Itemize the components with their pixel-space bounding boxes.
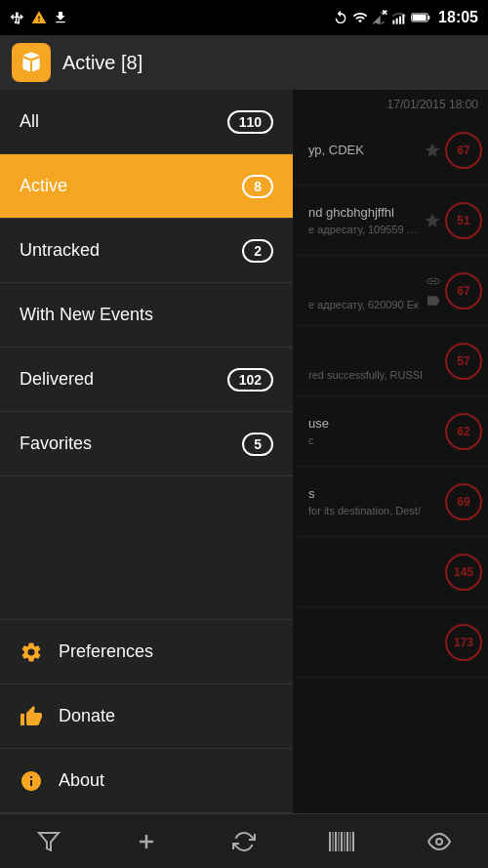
status-icons-right: 18:05 bbox=[333, 9, 478, 26]
sidebar-item-about[interactable]: About bbox=[0, 749, 293, 813]
sidebar-item-badge: 102 bbox=[227, 368, 273, 392]
preferences-label: Preferences bbox=[59, 641, 153, 662]
sidebar-item-badge: 110 bbox=[227, 110, 273, 134]
svg-rect-8 bbox=[427, 16, 429, 20]
barcode-icon bbox=[329, 830, 354, 853]
sidebar-item-new-events[interactable]: With New Events bbox=[0, 283, 293, 348]
sidebar-item-preferences[interactable]: Preferences bbox=[0, 620, 293, 684]
app-title: Active [8] bbox=[62, 52, 142, 74]
navigation-drawer: All 110 Active 8 Untracked 2 With New Ev… bbox=[0, 90, 293, 813]
filter-button[interactable] bbox=[24, 817, 73, 866]
svg-rect-4 bbox=[396, 19, 398, 24]
sidebar-item-active[interactable]: Active 8 bbox=[0, 154, 293, 219]
info-icon bbox=[20, 769, 43, 793]
svg-rect-14 bbox=[333, 832, 334, 851]
sidebar-item-badge: 2 bbox=[242, 239, 273, 263]
status-icons-left bbox=[10, 10, 68, 25]
svg-rect-9 bbox=[413, 15, 427, 21]
sidebar-item-donate[interactable]: Donate bbox=[0, 684, 293, 749]
svg-rect-15 bbox=[335, 832, 337, 851]
app-logo bbox=[12, 43, 51, 82]
donate-label: Donate bbox=[59, 706, 115, 726]
signal-x-icon bbox=[372, 10, 387, 25]
eye-button[interactable] bbox=[415, 817, 464, 866]
bottom-toolbar bbox=[0, 813, 488, 868]
thumbsup-icon bbox=[20, 705, 43, 728]
sidebar-item-favorites[interactable]: Favorites 5 bbox=[0, 412, 293, 476]
svg-rect-16 bbox=[339, 832, 340, 851]
sidebar-item-label: Delivered bbox=[20, 369, 94, 390]
package-icon bbox=[19, 50, 44, 75]
add-icon bbox=[135, 830, 158, 853]
filter-icon bbox=[37, 830, 61, 853]
gear-icon bbox=[20, 641, 43, 664]
main-content: 17/01/2015 18:00 ур, CDEK 67 nd ghcbhghj… bbox=[0, 90, 488, 813]
signal-icon bbox=[391, 10, 407, 25]
usb-icon bbox=[10, 10, 25, 25]
sidebar-item-label: Favorites bbox=[20, 434, 92, 454]
add-button[interactable] bbox=[122, 817, 171, 866]
drawer-spacer bbox=[0, 476, 293, 620]
svg-point-22 bbox=[436, 839, 442, 845]
svg-rect-6 bbox=[402, 15, 404, 24]
svg-rect-17 bbox=[341, 832, 343, 851]
sidebar-item-label: All bbox=[20, 111, 39, 132]
refresh-button[interactable] bbox=[220, 817, 268, 866]
time-display: 18:05 bbox=[438, 9, 478, 26]
barcode-button[interactable] bbox=[317, 817, 366, 866]
sidebar-item-label: Active bbox=[20, 176, 67, 196]
warning-icon bbox=[31, 10, 47, 25]
sidebar-item-label: With New Events bbox=[20, 305, 153, 325]
svg-rect-18 bbox=[345, 832, 346, 851]
sidebar-item-badge: 8 bbox=[242, 175, 273, 198]
svg-marker-10 bbox=[39, 833, 59, 850]
about-label: About bbox=[59, 770, 104, 791]
svg-rect-13 bbox=[329, 832, 331, 851]
app-header: Active [8] bbox=[0, 35, 488, 90]
refresh-icon bbox=[232, 830, 256, 853]
svg-rect-3 bbox=[392, 21, 394, 24]
battery-icon bbox=[411, 10, 430, 25]
sidebar-item-badge: 5 bbox=[242, 433, 273, 456]
download-icon bbox=[53, 10, 68, 25]
sidebar-item-label: Untracked bbox=[20, 240, 100, 261]
eye-icon bbox=[427, 830, 451, 853]
rotate-icon bbox=[333, 10, 348, 25]
status-bar: 18:05 bbox=[0, 0, 488, 35]
svg-rect-5 bbox=[399, 17, 401, 24]
sidebar-item-untracked[interactable]: Untracked 2 bbox=[0, 219, 293, 283]
svg-rect-20 bbox=[350, 832, 351, 851]
sidebar-item-delivered[interactable]: Delivered 102 bbox=[0, 348, 293, 412]
svg-rect-21 bbox=[352, 832, 354, 851]
wifi-icon bbox=[352, 10, 368, 25]
svg-rect-19 bbox=[346, 832, 348, 851]
sidebar-item-all[interactable]: All 110 bbox=[0, 90, 293, 154]
